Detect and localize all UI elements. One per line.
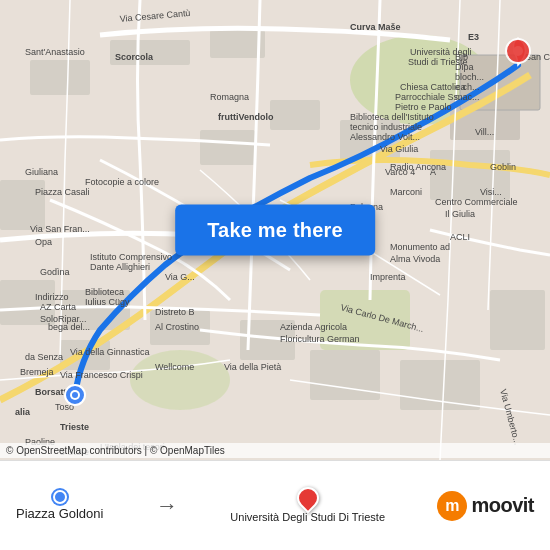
svg-text:Fotocopie a colore: Fotocopie a colore bbox=[85, 177, 159, 187]
svg-text:Bremeja: Bremeja bbox=[20, 367, 54, 377]
svg-rect-17 bbox=[400, 360, 480, 410]
svg-text:SoloRipar...: SoloRipar... bbox=[40, 314, 87, 324]
svg-text:Pietro e Paolo: Pietro e Paolo bbox=[395, 102, 452, 112]
svg-text:Trieste: Trieste bbox=[60, 422, 89, 432]
svg-text:Sant'Anastasio: Sant'Anastasio bbox=[25, 47, 85, 57]
svg-text:Iulius Cügy: Iulius Cügy bbox=[85, 297, 130, 307]
svg-text:Giuliana: Giuliana bbox=[25, 167, 58, 177]
svg-rect-4 bbox=[30, 60, 90, 95]
svg-text:Imprenta: Imprenta bbox=[370, 272, 406, 282]
end-location: Università Degli Studi Di Trieste bbox=[230, 487, 385, 524]
svg-text:Scorcola: Scorcola bbox=[115, 52, 154, 62]
svg-text:Centro Commerciale: Centro Commerciale bbox=[435, 197, 518, 207]
svg-text:Biblioteca: Biblioteca bbox=[85, 287, 124, 297]
svg-text:Studi di Trieste: Studi di Trieste bbox=[408, 57, 468, 67]
moovit-logo: m moovit bbox=[437, 491, 534, 521]
start-location-dot bbox=[53, 490, 67, 504]
svg-text:alia: alia bbox=[15, 407, 31, 417]
moovit-letter: m bbox=[445, 497, 459, 515]
svg-rect-19 bbox=[200, 130, 255, 165]
svg-text:Alessandro Volt...: Alessandro Volt... bbox=[350, 132, 420, 142]
svg-text:ACLI: ACLI bbox=[450, 232, 470, 242]
svg-text:A: A bbox=[430, 167, 436, 177]
svg-text:Chiesa Cattolica: Chiesa Cattolica bbox=[400, 82, 466, 92]
svg-text:Marconi: Marconi bbox=[390, 187, 422, 197]
svg-text:Borsatti: Borsatti bbox=[35, 387, 69, 397]
svg-text:Varco 4: Varco 4 bbox=[385, 167, 415, 177]
svg-point-96 bbox=[72, 392, 78, 398]
svg-text:E3: E3 bbox=[468, 32, 479, 42]
svg-text:Piazza Casali: Piazza Casali bbox=[35, 187, 90, 197]
svg-text:Biblioteca dell'Istituto: Biblioteca dell'Istituto bbox=[350, 112, 434, 122]
svg-text:Istituto Comprensivo: Istituto Comprensivo bbox=[90, 252, 172, 262]
attribution-text: © OpenStreetMap contributors | © OpenMap… bbox=[6, 445, 225, 456]
svg-text:Via San Fran...: Via San Fran... bbox=[30, 224, 90, 234]
svg-text:Parrocchiale Ss.: Parrocchiale Ss. bbox=[395, 92, 461, 102]
svg-text:bloch...: bloch... bbox=[455, 72, 484, 82]
svg-text:Wellcome: Wellcome bbox=[155, 362, 194, 372]
svg-rect-16 bbox=[310, 350, 380, 400]
svg-rect-6 bbox=[210, 30, 265, 58]
svg-text:Il Giulia: Il Giulia bbox=[445, 209, 475, 219]
svg-text:Goblin: Goblin bbox=[490, 162, 516, 172]
svg-text:Via Giulia: Via Giulia bbox=[380, 144, 418, 154]
svg-point-3 bbox=[130, 350, 230, 410]
svg-text:Alma Vivoda: Alma Vivoda bbox=[390, 254, 440, 264]
svg-text:Vill...: Vill... bbox=[475, 127, 494, 137]
svg-text:Romagna: Romagna bbox=[210, 92, 249, 102]
svg-text:Via Francesco Crispi: Via Francesco Crispi bbox=[60, 370, 143, 380]
svg-text:Indirizzo: Indirizzo bbox=[35, 292, 69, 302]
svg-text:AZ Carta: AZ Carta bbox=[40, 302, 76, 312]
svg-text:Godìna: Godìna bbox=[40, 267, 70, 277]
svg-text:Monumento ad: Monumento ad bbox=[390, 242, 450, 252]
svg-point-98 bbox=[506, 39, 530, 63]
svg-text:fruttiVendolo: fruttiVendolo bbox=[218, 112, 274, 122]
end-location-marker bbox=[292, 482, 323, 513]
svg-text:Visi...: Visi... bbox=[480, 187, 502, 197]
svg-text:Floricultura German: Floricultura German bbox=[280, 334, 360, 344]
start-location: Piazza Goldoni bbox=[16, 490, 103, 521]
start-location-label: Piazza Goldoni bbox=[16, 506, 103, 521]
attribution-bar: © OpenStreetMap contributors | © OpenMap… bbox=[0, 443, 550, 458]
direction-arrow: → bbox=[156, 493, 178, 519]
svg-text:Via G...: Via G... bbox=[165, 272, 195, 282]
svg-text:Università degli: Università degli bbox=[410, 47, 472, 57]
svg-text:Via della Ginnastica: Via della Ginnastica bbox=[70, 347, 149, 357]
svg-text:Al Crostino: Al Crostino bbox=[155, 322, 199, 332]
svg-text:Curva Maše: Curva Maše bbox=[350, 22, 401, 32]
moovit-wordmark: moovit bbox=[471, 494, 534, 517]
svg-text:tecnico industriale: tecnico industriale bbox=[350, 122, 422, 132]
button-overlay: Take me there bbox=[175, 205, 375, 256]
svg-rect-20 bbox=[270, 100, 320, 130]
svg-text:da Senza: da Senza bbox=[25, 352, 63, 362]
svg-text:Opa: Opa bbox=[35, 237, 52, 247]
svg-text:Distreto B: Distreto B bbox=[155, 307, 195, 317]
footer: Piazza Goldoni → Università Degli Studi … bbox=[0, 460, 550, 550]
svg-rect-18 bbox=[490, 290, 545, 350]
map-container: Via Cesare Cantù Via Giulia Via San Fran… bbox=[0, 0, 550, 460]
svg-text:Via della Pietà: Via della Pietà bbox=[224, 362, 281, 372]
take-me-there-button[interactable]: Take me there bbox=[175, 205, 375, 256]
svg-text:Dante Allighieri: Dante Allighieri bbox=[90, 262, 150, 272]
moovit-icon: m bbox=[437, 491, 467, 521]
svg-text:Azienda Agricola: Azienda Agricola bbox=[280, 322, 347, 332]
